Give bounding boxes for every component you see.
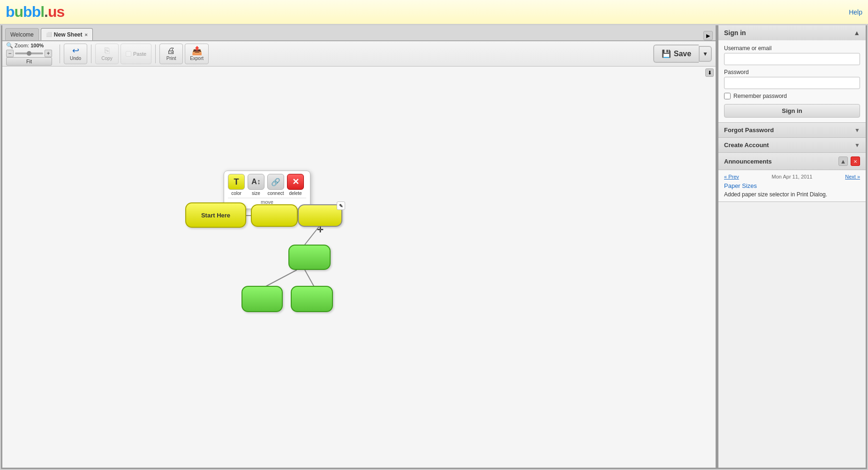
save-dropdown-btn[interactable]: ▼	[699, 46, 712, 62]
bubble-color-btn[interactable]: T color	[228, 174, 245, 196]
signin-section: Sign in ▲ Username or email Password Rem…	[718, 25, 866, 123]
logo-b4: b	[32, 3, 41, 20]
tab-welcome[interactable]: Welcome	[5, 28, 39, 40]
node-start[interactable]: Start Here	[185, 202, 246, 228]
create-account-row[interactable]: Create Account ▼	[718, 138, 866, 153]
print-label: Print	[166, 56, 176, 61]
node-editing[interactable]: ✎ ✛	[298, 204, 342, 227]
help-link[interactable]: Help	[849, 8, 862, 16]
right-panel: Sign in ▲ Username or email Password Rem…	[717, 25, 867, 469]
logo-b3: b	[23, 3, 32, 20]
delete-icon: ✕	[287, 174, 304, 190]
scroll-right-icon: ▶	[706, 33, 710, 39]
undo-btn[interactable]: ↩ Undo	[64, 44, 87, 64]
color-label: color	[231, 191, 242, 196]
signin-submit-btn[interactable]: Sign in	[724, 104, 860, 118]
save-label: Save	[674, 50, 691, 58]
ann-title[interactable]: Paper Sizes	[724, 182, 860, 189]
logo-b2: u	[15, 3, 23, 20]
forgot-password-label: Forgot Password	[724, 127, 774, 134]
save-btn[interactable]: 💾 Save	[653, 45, 699, 63]
canvas[interactable]: T color A↕ size 🔗 connect	[2, 67, 716, 468]
announcements-header: Announcements ▲ ×	[718, 153, 866, 170]
workspace-area: Welcome ⬜ New Sheet × ▶ 🔍 Zoom: 100%	[1, 25, 717, 469]
paste-btn[interactable]: Paste	[121, 44, 151, 64]
bubble-connect-btn[interactable]: 🔗 connect	[267, 174, 284, 196]
logo-b5: l	[40, 3, 44, 20]
canvas-scroll-btn[interactable]: ⬇	[705, 68, 714, 77]
size-icon: A↕	[248, 174, 264, 190]
announcements-section: Announcements ▲ × « Prev Mon Apr 11, 201…	[718, 153, 866, 202]
fit-btn[interactable]: Fit	[6, 57, 52, 66]
tab-bar: Welcome ⬜ New Sheet × ▶	[2, 25, 716, 41]
connect-label: connect	[267, 191, 284, 196]
password-input[interactable]	[724, 77, 860, 89]
signin-collapse-btn[interactable]: ▲	[853, 29, 860, 37]
ann-next-link[interactable]: Next »	[845, 174, 860, 179]
undo-label: Undo	[70, 56, 81, 61]
logo: bubbl.us	[6, 3, 64, 21]
svg-line-4	[305, 270, 314, 287]
node-child3[interactable]	[291, 286, 333, 312]
bubble-delete-btn[interactable]: ✕ delete	[287, 174, 304, 196]
zoom-plus-btn[interactable]: +	[45, 50, 52, 57]
zoom-icon: 🔍	[6, 42, 13, 49]
toolbar-sep-2	[91, 45, 91, 63]
delete-x-icon: ✕	[292, 177, 299, 187]
zoom-label: 🔍 Zoom: 100%	[6, 42, 52, 49]
svg-line-3	[265, 270, 297, 287]
create-arrow-icon: ▼	[854, 142, 860, 149]
connector-lines	[2, 67, 716, 468]
announcements-collapse-btn[interactable]: ▲	[838, 157, 848, 166]
zoom-minus-btn[interactable]: −	[6, 50, 14, 57]
ann-prev-link[interactable]: « Prev	[724, 174, 739, 179]
undo-icon: ↩	[72, 46, 79, 55]
signin-body: Username or email Password Remember pass…	[718, 40, 866, 122]
announcements-close-btn[interactable]: ×	[851, 157, 860, 166]
export-icon: 📤	[192, 46, 202, 55]
tab-sheet-icon: ⬜	[46, 32, 52, 37]
zoom-slider[interactable]	[15, 52, 43, 54]
paste-label: Paste	[133, 51, 146, 57]
signin-header: Sign in ▲	[718, 25, 866, 40]
logo-us: us	[48, 3, 64, 20]
password-label: Password	[724, 69, 860, 75]
signin-title: Sign in	[724, 29, 746, 37]
remember-label: Remember password	[733, 93, 787, 99]
tab-scroll-right[interactable]: ▶	[703, 31, 713, 40]
bubble-size-btn[interactable]: A↕ size	[248, 174, 264, 196]
node-edit-icon[interactable]: ✎	[337, 201, 345, 210]
tab-close-icon[interactable]: ×	[84, 32, 87, 37]
bubble-toolbar-icons: T color A↕ size 🔗 connect	[228, 174, 306, 196]
delete-label: delete	[289, 191, 302, 196]
node-parent[interactable]	[251, 204, 298, 227]
create-account-label: Create Account	[724, 142, 769, 149]
save-disk-icon: 💾	[662, 49, 671, 58]
forgot-password-row[interactable]: Forgot Password ▼	[718, 123, 866, 138]
announcements-body: « Prev Mon Apr 11, 2011 Next » Paper Siz…	[718, 170, 866, 201]
node-child1[interactable]	[288, 245, 331, 270]
logo-dot: .	[44, 3, 48, 20]
print-icon: 🖨	[167, 46, 175, 55]
tab-new-sheet[interactable]: ⬜ New Sheet ×	[41, 28, 93, 40]
zoom-value: 100%	[30, 43, 44, 48]
zoom-control: 🔍 Zoom: 100% − + Fit	[6, 42, 52, 66]
color-icon: T	[228, 174, 245, 190]
copy-label: Copy	[101, 56, 112, 61]
header: bubbl.us Help	[0, 0, 868, 24]
toolbar-sep-3	[155, 45, 156, 63]
copy-btn[interactable]: ⎘ Copy	[95, 44, 119, 64]
node-child2[interactable]	[242, 286, 283, 312]
username-input[interactable]	[724, 53, 860, 65]
print-btn[interactable]: 🖨 Print	[159, 44, 183, 64]
ann-text: Added paper size selector in Print Dialo…	[724, 191, 860, 198]
zoom-slider-row: − +	[6, 50, 52, 57]
export-btn[interactable]: 📤 Export	[185, 44, 209, 64]
size-label: size	[252, 191, 260, 196]
logo-b1: b	[6, 3, 15, 20]
ann-nav: « Prev Mon Apr 11, 2011 Next »	[724, 174, 860, 179]
remember-checkbox[interactable]	[724, 93, 731, 99]
forgot-arrow-icon: ▼	[854, 127, 860, 134]
copy-icon: ⎘	[105, 46, 110, 55]
connect-arrow-icon: 🔗	[271, 178, 280, 187]
